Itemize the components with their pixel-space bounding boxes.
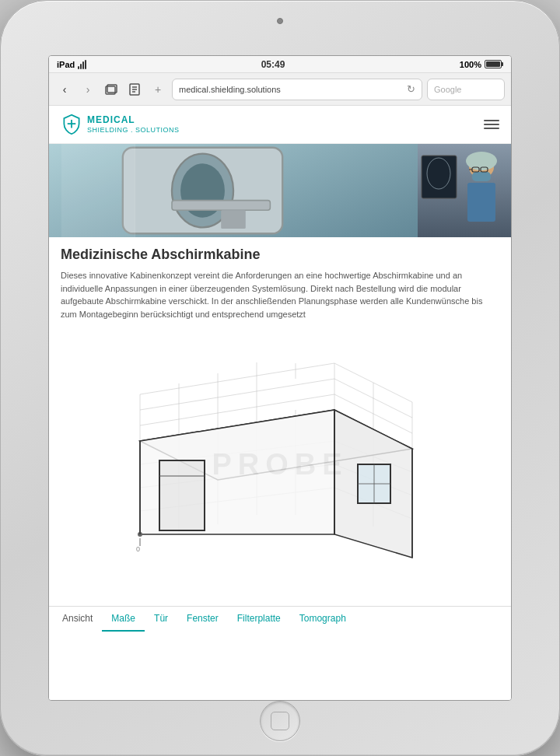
- browser-bar: ‹ › +: [49, 73, 511, 106]
- logo-shielding-label: SHIELDING . SOLUTIONS: [87, 126, 180, 135]
- hero-panel-mri: [49, 144, 418, 237]
- box-diagram: PROBE: [61, 332, 499, 597]
- search-placeholder: Google: [434, 85, 461, 94]
- ipad-screen: iPad 05:49 100%: [48, 55, 512, 701]
- hero-panel-doctor: [418, 144, 511, 237]
- logo-area: MEDICAL SHIELDING . SOLUTIONS: [61, 114, 180, 135]
- tabs-button[interactable]: [102, 80, 121, 99]
- tab-bar: Ansicht Maße Tür Fenster Filterplatte To…: [49, 606, 511, 632]
- status-left: iPad: [57, 60, 86, 69]
- add-tab-button[interactable]: +: [149, 80, 167, 99]
- home-button[interactable]: [260, 701, 300, 741]
- hero-image: [49, 144, 511, 237]
- tab-tuer[interactable]: Tür: [145, 607, 177, 632]
- cabin-diagram-svg: 0: [93, 340, 467, 589]
- bookmark-button[interactable]: [125, 80, 144, 99]
- battery-pct-label: 100%: [460, 60, 481, 69]
- status-right: 100%: [460, 60, 503, 69]
- page-title: Medizinische Abschirmkabine: [61, 247, 499, 263]
- svg-rect-14: [61, 144, 135, 237]
- tab-tomograph[interactable]: Tomograph: [290, 607, 355, 632]
- back-button[interactable]: ‹: [55, 80, 74, 99]
- hamburger-line-3: [484, 128, 499, 129]
- page-description: Dieses innovative Kabinenkonzept vereint…: [61, 269, 499, 320]
- svg-rect-12: [172, 201, 270, 211]
- site-header: MEDICAL SHIELDING . SOLUTIONS: [49, 106, 511, 144]
- svg-rect-57: [159, 460, 205, 530]
- hamburger-line-2: [484, 124, 499, 125]
- camera: [277, 18, 283, 24]
- forward-button[interactable]: ›: [79, 80, 97, 99]
- status-bar: iPad 05:49 100%: [49, 56, 511, 73]
- ipad-device: iPad 05:49 100%: [0, 0, 560, 756]
- carrier-label: iPad: [57, 60, 75, 69]
- web-content: MEDICAL SHIELDING . SOLUTIONS: [49, 106, 511, 701]
- clock: 05:49: [261, 59, 285, 70]
- svg-rect-17: [422, 156, 457, 198]
- svg-rect-23: [467, 183, 495, 222]
- tab-ansicht[interactable]: Ansicht: [53, 607, 102, 632]
- tab-fenster[interactable]: Fenster: [177, 607, 228, 632]
- battery-icon: [485, 60, 503, 68]
- svg-line-28: [140, 379, 334, 410]
- logo-text: MEDICAL SHIELDING . SOLUTIONS: [87, 114, 180, 134]
- tab-masse[interactable]: Maße: [102, 607, 145, 632]
- search-bar[interactable]: Google: [427, 79, 505, 100]
- svg-text:0: 0: [136, 545, 140, 553]
- url-text: medical.shielding.solutions: [179, 85, 281, 94]
- svg-rect-13: [221, 210, 246, 229]
- shield-plus-icon: [61, 114, 82, 135]
- wifi-icon: [78, 60, 86, 69]
- tab-filterplatte[interactable]: Filterplatte: [228, 607, 290, 632]
- svg-line-27: [140, 363, 334, 394]
- hamburger-menu-button[interactable]: [484, 120, 499, 129]
- refresh-icon[interactable]: ↻: [407, 83, 415, 95]
- content-area: Medizinische Abschirmkabine Dieses innov…: [49, 237, 511, 606]
- logo-medical-label: MEDICAL: [87, 114, 180, 125]
- svg-rect-22: [472, 172, 491, 181]
- hamburger-line-1: [484, 120, 499, 121]
- address-bar[interactable]: medical.shielding.solutions ↻: [172, 79, 422, 100]
